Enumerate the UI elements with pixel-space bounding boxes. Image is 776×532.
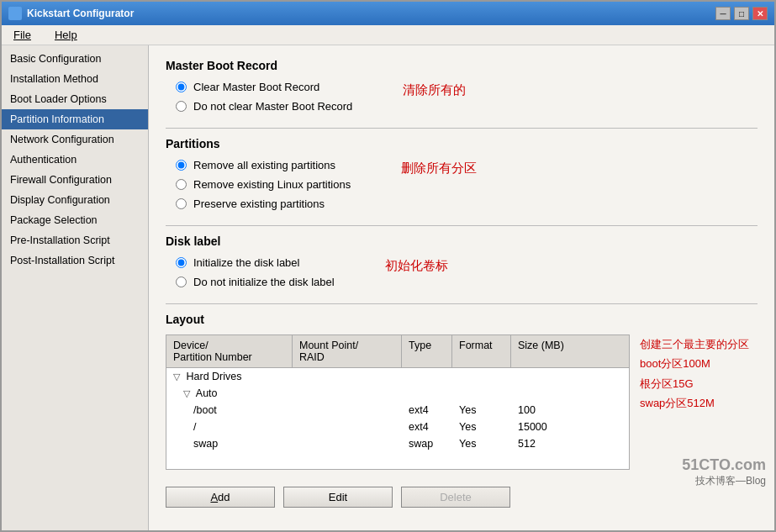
root-device: / bbox=[166, 419, 293, 435]
swap-format: Yes bbox=[452, 435, 511, 452]
boot-size: 100 bbox=[511, 402, 578, 419]
mbr-annotation: 清除所有的 bbox=[403, 82, 466, 98]
auto-label: Auto bbox=[196, 387, 218, 399]
chevron-down-icon: ▽ bbox=[173, 371, 180, 382]
mbr-title: Master Boot Record bbox=[166, 59, 758, 72]
file-menu-label: File bbox=[13, 29, 31, 41]
sidebar-item-post-install[interactable]: Post-Installation Script bbox=[2, 250, 148, 271]
sidebar-item-installation-method[interactable]: Installation Method bbox=[2, 69, 148, 89]
maximize-button[interactable]: □ bbox=[734, 7, 749, 20]
layout-table-wrapper: Device/ Partition Number Mount Point/ RA… bbox=[166, 334, 630, 470]
swap-mount bbox=[293, 441, 402, 446]
window-title: Kickstart Configurator bbox=[27, 8, 134, 19]
col-mount-line2: RAID bbox=[299, 351, 325, 363]
file-menu[interactable]: File bbox=[8, 27, 36, 43]
disk-label-option1-radio[interactable] bbox=[176, 257, 187, 268]
mbr-option2-radio[interactable] bbox=[176, 101, 187, 112]
mbr-option1-radio[interactable] bbox=[176, 82, 187, 92]
disk-label-option2-label: Do not initialize the disk label bbox=[193, 276, 335, 288]
auto-cell: ▽ Auto bbox=[166, 385, 293, 402]
swap-device: swap bbox=[166, 435, 293, 452]
partitions-option3-radio[interactable] bbox=[176, 198, 187, 209]
swap-size: 512 bbox=[511, 435, 578, 452]
close-button[interactable]: ✕ bbox=[752, 7, 768, 20]
partitions-radio-group: Remove all existing partitions Remove ex… bbox=[176, 159, 351, 210]
partitions-option1-radio[interactable] bbox=[176, 160, 187, 171]
table-annotation-line3: 根分区15G bbox=[640, 374, 758, 393]
boot-device: /boot bbox=[166, 402, 293, 419]
partitions-option2-row[interactable]: Remove existing Linux partitions bbox=[176, 178, 351, 191]
col-device-line2: Partition Number bbox=[173, 351, 252, 363]
watermark-blog-suffix: Blog bbox=[746, 475, 766, 487]
col-device-line1: Device/ bbox=[173, 340, 209, 351]
divider-3 bbox=[166, 303, 758, 304]
partitions-title: Partitions bbox=[166, 137, 758, 150]
sidebar: Basic Configuration Installation Method … bbox=[2, 45, 149, 530]
sidebar-item-partition-info[interactable]: Partition Information bbox=[2, 109, 148, 129]
table-header: Device/ Partition Number Mount Point/ RA… bbox=[166, 335, 629, 368]
content-area: Master Boot Record Clear Master Boot Rec… bbox=[149, 45, 774, 530]
table-annotation-line2: boot分区100M bbox=[640, 354, 758, 373]
partitions-option2-radio[interactable] bbox=[176, 179, 187, 190]
table-row[interactable]: swap swap Yes 512 bbox=[166, 435, 629, 452]
table-row[interactable]: / ext4 Yes 15000 bbox=[166, 419, 629, 435]
sidebar-item-firewall-config[interactable]: Firewall Configuration bbox=[2, 170, 148, 190]
title-bar: Kickstart Configurator ─ □ ✕ bbox=[2, 2, 774, 25]
main-window: Kickstart Configurator ─ □ ✕ File Help B… bbox=[0, 0, 776, 532]
col-size-header: Size (MB) bbox=[511, 335, 578, 367]
tree-row-hard-drives: ▽ Hard Drives bbox=[166, 368, 629, 385]
root-format: Yes bbox=[452, 419, 511, 435]
root-mount bbox=[293, 424, 402, 429]
sidebar-item-basic[interactable]: Basic Configuration bbox=[2, 49, 148, 69]
boot-type: ext4 bbox=[402, 402, 452, 419]
root-size: 15000 bbox=[511, 419, 578, 435]
disk-label-option2-row[interactable]: Do not initialize the disk label bbox=[176, 276, 335, 288]
menu-bar: File Help bbox=[2, 25, 774, 45]
help-menu[interactable]: Help bbox=[50, 27, 82, 43]
watermark: 51CTO.com 技术博客—Blog bbox=[682, 456, 766, 488]
sidebar-item-boot-loader[interactable]: Boot Loader Options bbox=[2, 89, 148, 109]
partitions-option1-label: Remove all existing partitions bbox=[193, 159, 335, 171]
divider-1 bbox=[166, 128, 758, 129]
tree-row-auto: ▽ Auto bbox=[166, 385, 629, 402]
title-controls: ─ □ ✕ bbox=[715, 7, 768, 20]
sidebar-item-package-selection[interactable]: Package Selection bbox=[2, 210, 148, 230]
title-bar-left: Kickstart Configurator bbox=[8, 7, 134, 20]
col-device-header: Device/ Partition Number bbox=[166, 335, 293, 367]
root-type: ext4 bbox=[402, 419, 452, 435]
main-content: Basic Configuration Installation Method … bbox=[2, 45, 774, 530]
disk-label-radio-group: Initialize the disk label Do not initial… bbox=[176, 256, 335, 288]
sidebar-item-network-config[interactable]: Network Configuration bbox=[2, 129, 148, 150]
mbr-option1-row[interactable]: Clear Master Boot Record bbox=[176, 81, 352, 93]
divider-2 bbox=[166, 225, 758, 226]
partitions-option1-row[interactable]: Remove all existing partitions bbox=[176, 159, 351, 171]
hard-drives-label: Hard Drives bbox=[186, 371, 241, 382]
edit-button-label: Edit bbox=[329, 491, 347, 503]
table-annotation-line1: 创建三个最主要的分区 bbox=[640, 334, 758, 354]
mbr-option1-label: Clear Master Boot Record bbox=[193, 81, 319, 93]
mbr-radio-group: Clear Master Boot Record Do not clear Ma… bbox=[176, 81, 352, 113]
mbr-option2-row[interactable]: Do not clear Master Boot Record bbox=[176, 100, 352, 113]
mbr-option2-label: Do not clear Master Boot Record bbox=[193, 100, 352, 113]
disk-label-option2-radio[interactable] bbox=[176, 277, 187, 287]
swap-type: swap bbox=[402, 435, 452, 452]
table-row[interactable]: /boot ext4 Yes 100 bbox=[166, 402, 629, 419]
sidebar-item-pre-install[interactable]: Pre-Installation Script bbox=[2, 230, 148, 250]
hard-drives-cell: ▽ Hard Drives bbox=[166, 368, 293, 385]
delete-button-label: Delete bbox=[440, 491, 472, 503]
table-annotation-line4: swap分区512M bbox=[640, 393, 758, 413]
disk-label-option1-row[interactable]: Initialize the disk label bbox=[176, 256, 335, 269]
partitions-option3-row[interactable]: Preserve existing partitions bbox=[176, 198, 351, 210]
edit-button[interactable]: Edit bbox=[283, 487, 393, 508]
sidebar-item-authentication[interactable]: Authentication bbox=[2, 150, 148, 170]
partitions-section: Partitions Remove all existing partition… bbox=[166, 137, 758, 210]
delete-button[interactable]: Delete bbox=[401, 487, 510, 508]
layout-buttons: Add Edit Delete bbox=[166, 480, 758, 511]
help-menu-label: Help bbox=[55, 29, 77, 41]
sidebar-item-display-config[interactable]: Display Configuration bbox=[2, 190, 148, 210]
add-button[interactable]: Add bbox=[166, 487, 275, 508]
col-mount-line1: Mount Point/ bbox=[299, 340, 358, 351]
table-annotation-block: 创建三个最主要的分区 boot分区100M 根分区15G swap分区512M bbox=[640, 334, 758, 413]
col-mount-header: Mount Point/ RAID bbox=[293, 335, 402, 367]
minimize-button[interactable]: ─ bbox=[715, 7, 731, 20]
